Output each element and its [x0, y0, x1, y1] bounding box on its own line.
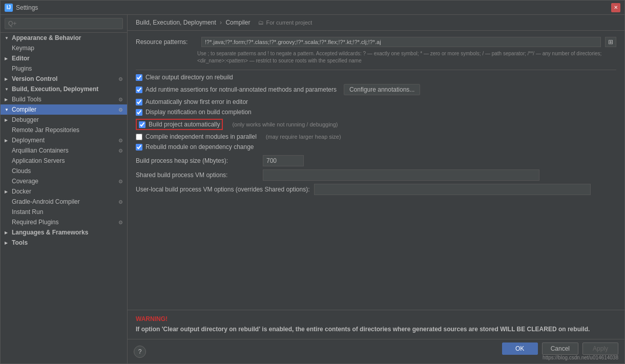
compile-parallel-row: Compile independent modules in parallel … — [136, 133, 616, 141]
breadcrumb: Build, Execution, Deployment › Compiler — [136, 19, 250, 26]
gear-icon: ⚙ — [118, 179, 123, 184]
sidebar-item-keymap[interactable]: Keymap — [1, 43, 127, 53]
breadcrumb-current: Compiler — [225, 19, 250, 26]
sidebar-item-clouds[interactable]: Clouds — [1, 166, 127, 176]
gear-icon: ⚙ — [118, 220, 123, 225]
title-bar: IJ Settings ✕ — [1, 1, 624, 15]
sidebar-item-label: Remote Jar Repositories — [12, 126, 79, 134]
shared-vm-row: Shared build process VM options: — [136, 169, 616, 181]
arrow-icon: ▶ — [5, 77, 10, 81]
display-notification-checkbox[interactable] — [136, 109, 142, 116]
sidebar-item-compiler[interactable]: ▼ Compiler ⚙ — [1, 104, 127, 115]
close-button[interactable]: ✕ — [611, 3, 620, 12]
gear-icon: ⚙ — [118, 76, 123, 82]
breadcrumb-separator: › — [220, 19, 223, 26]
arrow-icon: ▶ — [5, 230, 10, 235]
heap-size-input[interactable] — [263, 155, 304, 166]
add-runtime-label[interactable]: Add runtime assertions for notnull-annot… — [145, 86, 337, 93]
gear-icon: ⚙ — [118, 97, 123, 102]
sidebar-item-label: Build Tools — [12, 96, 41, 103]
expand-button[interactable]: ⊞ — [605, 37, 616, 47]
sidebar-item-label: Application Servers — [12, 157, 65, 164]
build-auto-checkbox[interactable] — [139, 121, 145, 128]
app-icon: IJ — [5, 4, 13, 12]
apply-button[interactable]: Apply — [582, 342, 618, 355]
user-local-vm-row: User-local build process VM options (ove… — [136, 184, 616, 195]
sidebar-item-arquillian[interactable]: Arquillian Containers ⚙ — [1, 145, 127, 156]
sidebar-item-build-tools[interactable]: ▶ Build Tools ⚙ — [1, 94, 127, 104]
sidebar-item-tools[interactable]: ▶ Tools — [1, 238, 127, 248]
sidebar-item-label: Build, Execution, Deployment — [12, 85, 98, 93]
sidebar-item-coverage[interactable]: Coverage ⚙ — [1, 176, 127, 186]
sidebar-item-label: Docker — [12, 188, 31, 195]
compile-parallel-checkbox[interactable] — [136, 134, 142, 140]
compile-parallel-label[interactable]: Compile independent modules in parallel — [145, 133, 257, 140]
gear-icon: ⚙ — [118, 107, 123, 113]
arrow-icon: ▶ — [5, 189, 10, 194]
cancel-button[interactable]: Cancel — [542, 342, 578, 355]
sidebar-item-label: Coverage — [12, 178, 38, 185]
ok-button[interactable]: OK — [502, 342, 538, 355]
rebuild-module-label[interactable]: Rebuild module on dependency change — [145, 143, 254, 151]
sidebar-item-build-exec-deploy[interactable]: ▼ Build, Execution, Deployment — [1, 84, 127, 94]
bottom-right-container: OK Cancel Apply https://blog.csdn.net/u0… — [502, 342, 618, 360]
user-local-vm-label: User-local build process VM options (ove… — [136, 186, 310, 193]
sidebar-item-required-plugins[interactable]: Required Plugins ⚙ — [1, 217, 127, 227]
sidebar-item-deployment[interactable]: ▶ Deployment ⚙ — [1, 135, 127, 145]
sidebar-item-gradle-android[interactable]: Gradle-Android Compiler ⚙ — [1, 197, 127, 207]
sidebar-item-application-servers[interactable]: Application Servers — [1, 156, 127, 166]
sidebar-item-plugins[interactable]: Plugins — [1, 63, 127, 74]
sidebar-item-editor[interactable]: ▶ Editor — [1, 53, 127, 63]
add-runtime-checkbox[interactable] — [136, 87, 142, 93]
auto-show-error-label[interactable]: Automatically show first error in editor — [145, 98, 248, 105]
arrow-icon: ▼ — [5, 87, 10, 92]
sidebar-item-docker[interactable]: ▶ Docker — [1, 186, 127, 197]
search-input[interactable] — [5, 18, 123, 29]
add-runtime-row: Add runtime assertions for notnull-annot… — [136, 83, 616, 96]
sidebar-item-label: Instant Run — [12, 208, 43, 216]
shared-vm-label: Shared build process VM options: — [136, 172, 259, 179]
resource-patterns-label: Resource patterns: — [136, 38, 197, 46]
title-bar-left: IJ Settings — [5, 4, 38, 12]
help-button[interactable]: ? — [134, 346, 146, 358]
display-notification-label[interactable]: Display notification on build completion — [145, 109, 252, 116]
sidebar-item-label: Editor — [12, 55, 30, 62]
for-current-project-label: For current project — [266, 19, 312, 26]
resource-patterns-input[interactable] — [201, 37, 601, 47]
gear-icon: ⚙ — [118, 199, 123, 205]
sidebar-item-label: Compiler — [12, 106, 36, 113]
sidebar-item-instant-run[interactable]: Instant Run — [1, 207, 127, 217]
sidebar-item-remote-jar[interactable]: Remote Jar Repositories — [1, 125, 127, 135]
url-hint: https://blog.csdn.net/u014614038 — [543, 355, 618, 360]
bottom-right: OK Cancel Apply — [502, 342, 618, 355]
rebuild-module-row: Rebuild module on dependency change — [136, 143, 616, 151]
bottom-left: ? — [134, 346, 146, 358]
project-icon: 🗂 — [258, 19, 264, 26]
auto-show-error-row: Automatically show first error in editor — [136, 98, 616, 106]
arrow-icon: ▶ — [5, 56, 10, 61]
configure-annotations-button[interactable]: Configure annotations... — [344, 84, 420, 95]
settings-window: IJ Settings ✕ ▼ Appearance & Behavior Ke… — [0, 0, 625, 364]
sidebar-item-label: Arquillian Containers — [12, 147, 69, 154]
sidebar-item-label: Clouds — [12, 167, 31, 175]
sidebar-item-version-control[interactable]: ▶ Version Control ⚙ — [1, 74, 127, 84]
sidebar-item-languages-frameworks[interactable]: ▶ Languages & Frameworks — [1, 227, 127, 238]
sidebar-item-label: Required Plugins — [12, 219, 58, 226]
clear-output-checkbox[interactable] — [136, 74, 142, 81]
warning-text-content: If option 'Clear output directory on reb… — [136, 326, 590, 333]
shared-vm-input[interactable] — [263, 169, 539, 181]
sidebar-item-label: Tools — [12, 239, 28, 246]
gear-icon: ⚙ — [118, 148, 123, 154]
user-local-vm-input[interactable] — [314, 184, 591, 195]
auto-show-error-checkbox[interactable] — [136, 99, 142, 105]
clear-output-label[interactable]: Clear output directory on rebuild — [145, 74, 233, 81]
compile-parallel-note: (may require larger heap size) — [266, 134, 341, 140]
sidebar-item-label: Version Control — [12, 75, 57, 82]
sidebar-item-debugger[interactable]: ▶ Debugger — [1, 115, 127, 125]
rebuild-module-checkbox[interactable] — [136, 144, 142, 151]
display-notification-row: Display notification on build completion — [136, 108, 616, 116]
build-auto-note: (only works while not running / debuggin… — [232, 121, 338, 127]
build-auto-label[interactable]: Build project automatically — [149, 121, 220, 128]
resource-patterns-row: Resource patterns: ⊞ — [136, 37, 616, 47]
sidebar-item-appearance-behavior[interactable]: ▼ Appearance & Behavior — [1, 33, 127, 43]
